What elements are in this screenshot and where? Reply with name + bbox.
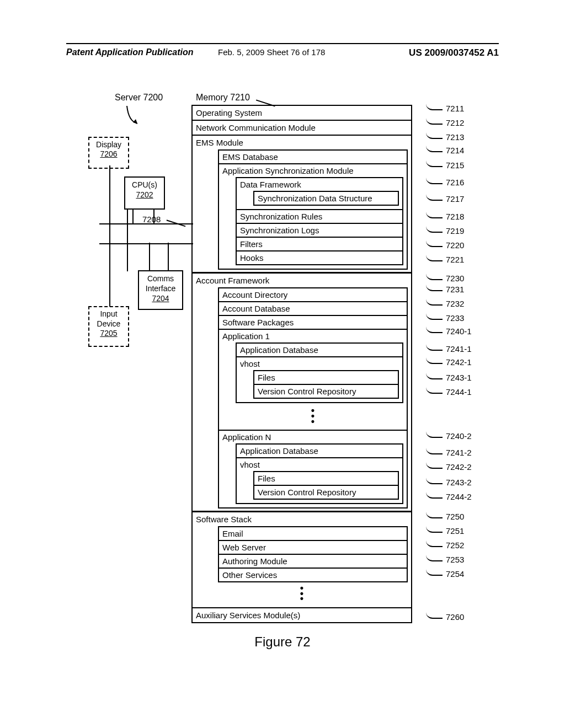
ref-7230: 7230 — [426, 274, 464, 283]
row-appn-db: Application Database — [237, 445, 402, 457]
row-web: Web Server — [219, 540, 407, 554]
row-data-fw-label: Data Framework — [240, 180, 301, 189]
row-sync-logs: Synchronization Logs — [237, 223, 402, 237]
ref-7232: 7232 — [426, 299, 464, 308]
row-appn-vcr: Version Control Repository — [254, 485, 398, 499]
comms-num: 7204 — [139, 293, 182, 303]
app1-nested: Application Database vhost Files Version… — [236, 342, 403, 403]
ref-7214: 7214 — [426, 146, 464, 155]
row-appn-vhost-label: vhost — [240, 460, 260, 469]
row-data-fw: Data Framework Synchronization Data Stru… — [237, 178, 402, 209]
memory-label: Memory 7210 — [196, 93, 250, 103]
row-sync-rules: Synchronization Rules — [237, 209, 402, 223]
row-email: Email — [219, 527, 407, 540]
row-ems: EMS Module EMS Database Application Sync… — [193, 135, 411, 272]
bus-vertical-2 — [127, 205, 128, 271]
sw-stack-nested: Email Web Server Authoring Module Other … — [218, 526, 408, 582]
server-label: Server 7200 — [115, 93, 163, 103]
row-acct-fw-label: Account Framework — [196, 276, 269, 285]
ref-7220: 7220 — [426, 240, 464, 250]
row-appn-vhost: vhost Files Version Control Repository — [237, 457, 402, 503]
ref-7221: 7221 — [426, 255, 464, 264]
appn-nested: Application Database vhost Files Version… — [236, 443, 403, 504]
header-rule — [66, 43, 499, 44]
row-app1-vhost-label: vhost — [240, 359, 260, 368]
input-l1: Input — [89, 309, 128, 319]
row-ems-db: EMS Database — [219, 151, 407, 163]
ref-7243-1: 7243-1 — [426, 373, 472, 382]
row-net: Network Communication Module — [193, 120, 411, 135]
ellipsis-icon: ••• — [222, 405, 403, 428]
ref-7212: 7212 — [426, 118, 464, 127]
header-left: Patent Application Publication — [66, 47, 194, 57]
vhost1-nested: Files Version Control Repository — [253, 370, 399, 399]
ref-7251: 7251 — [426, 526, 464, 536]
ref-7213: 7213 — [426, 132, 464, 142]
ellipsis-icon: ••• — [196, 582, 408, 606]
row-app1-files: Files — [254, 371, 398, 384]
row-appn: Application N Application Database vhost… — [219, 430, 407, 507]
ref-7218: 7218 — [426, 212, 464, 221]
memory-block: Operating System Network Communication M… — [191, 105, 412, 623]
row-sw-stack: Software Stack Email Web Server Authorin… — [193, 511, 411, 608]
app-sync-nested: Data Framework Synchronization Data Stru… — [236, 177, 403, 265]
ref-7260: 7260 — [426, 612, 464, 622]
row-filters: Filters — [237, 237, 402, 250]
cpu-label: CPU(s) — [125, 180, 164, 190]
row-app1-db: Application Database — [237, 344, 402, 356]
row-sync-ds: Synchronization Data Structure — [254, 192, 398, 205]
ref-7240-1: 7240-1 — [426, 326, 472, 336]
display-box: Display 7206 — [88, 137, 129, 169]
ref-7242-1: 7242-1 — [426, 357, 472, 367]
header-right: US 2009/0037452 A1 — [409, 47, 499, 58]
ref-7241-2: 7241-2 — [426, 448, 472, 457]
bus-label-text: 7208 — [142, 215, 161, 224]
ref-7243-2: 7243-2 — [426, 478, 472, 487]
bus-label: 7208 — [142, 215, 161, 224]
row-auth: Authoring Module — [219, 554, 407, 568]
vhostn-nested: Files Version Control Repository — [253, 471, 399, 500]
input-l2: Device — [89, 319, 128, 329]
ref-7244-2: 7244-2 — [426, 492, 472, 501]
row-app-sync-label: Application Synchronization Module — [222, 166, 354, 175]
display-label: Display — [89, 140, 128, 149]
ref-7231: 7231 — [426, 285, 464, 294]
row-sw-stack-label: Software Stack — [196, 515, 252, 524]
cpu-box: CPU(s) 7202 — [124, 176, 165, 210]
bus-stub — [149, 243, 150, 270]
server-arrow-icon — [124, 105, 141, 127]
ref-7254: 7254 — [426, 569, 464, 579]
row-sw-pkg: Software Packages — [219, 315, 407, 329]
row-acct-db: Account Database — [219, 301, 407, 315]
comms-interface-box: Comms Interface 7204 — [138, 270, 183, 310]
ref-7253: 7253 — [426, 555, 464, 564]
ref-7217: 7217 — [426, 194, 464, 204]
row-other: Other Services — [219, 568, 407, 581]
row-app1: Application 1 Application Database vhost… — [219, 329, 407, 430]
input-num: 7205 — [89, 329, 128, 339]
bus-stub — [168, 243, 169, 270]
comms-l1: Comms — [139, 274, 182, 283]
ref-7215: 7215 — [426, 160, 464, 170]
ref-7242-2: 7242-2 — [426, 462, 472, 472]
ref-7216: 7216 — [426, 178, 464, 187]
ref-7244-1: 7244-1 — [426, 387, 472, 397]
ems-nested: EMS Database Application Synchronization… — [218, 149, 408, 270]
bus-vertical-1 — [109, 165, 110, 307]
row-appn-files: Files — [254, 472, 398, 485]
input-device-box: Input Device 7205 — [88, 306, 129, 347]
ref-7250: 7250 — [426, 512, 464, 521]
row-acct-dir: Account Directory — [219, 288, 407, 301]
ref-7241-1: 7241-1 — [426, 344, 472, 354]
display-num: 7206 — [89, 149, 128, 159]
patent-figure-page: Patent Application Publication Feb. 5, 2… — [0, 0, 565, 728]
row-app-sync: Application Synchronization Module Data … — [219, 163, 407, 269]
acct-nested: Account Directory Account Database Softw… — [218, 287, 408, 508]
row-hooks: Hooks — [237, 250, 402, 264]
row-app1-vcr: Version Control Repository — [254, 384, 398, 398]
data-fw-nested: Synchronization Data Structure — [253, 191, 399, 206]
row-os: Operating System — [193, 106, 411, 120]
row-aux: Auxiliary Services Module(s) — [193, 607, 411, 622]
row-ems-label: EMS Module — [196, 138, 243, 147]
ref-7219: 7219 — [426, 226, 464, 235]
